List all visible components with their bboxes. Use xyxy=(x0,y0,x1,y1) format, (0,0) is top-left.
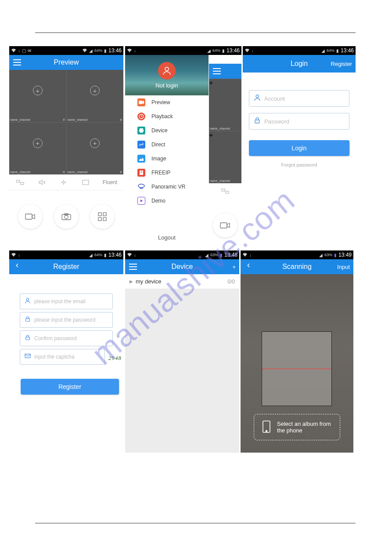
signal-icon: ◢ xyxy=(89,253,93,258)
device-row[interactable]: ▶ my device 0/0 xyxy=(125,274,239,289)
menu-freeip[interactable]: FREEIP xyxy=(125,166,209,180)
download-icon: ↓ xyxy=(134,253,136,258)
channel-label: name_channel xyxy=(210,127,230,130)
app-title: Login xyxy=(291,60,308,68)
menu-direct[interactable]: Direct xyxy=(125,138,209,152)
clock: 13:46 xyxy=(227,47,240,54)
wifi-icon xyxy=(11,253,16,257)
album-label: Select an album from the phone xyxy=(277,421,332,434)
video-grid: + name_channel + name_channel + name_cha… xyxy=(9,70,123,174)
menu-icon[interactable] xyxy=(128,261,138,272)
stream-icon[interactable] xyxy=(81,178,90,187)
channel-label: name_channel xyxy=(68,170,88,174)
svg-rect-10 xyxy=(98,218,101,221)
snapshot-button[interactable] xyxy=(54,204,79,229)
account-input[interactable] xyxy=(264,95,345,102)
account-field[interactable] xyxy=(249,90,349,107)
ptz-icon[interactable] xyxy=(59,178,68,187)
battery-icon: ▮ xyxy=(104,48,107,53)
password-field[interactable] xyxy=(20,312,113,328)
status-bar: ↓ ▢ ✉ ◢ 64% ▮ 13:46 xyxy=(9,46,123,55)
avatar-icon[interactable] xyxy=(158,62,176,80)
add-icon[interactable]: + xyxy=(33,138,43,148)
wifi-icon xyxy=(11,48,16,53)
menu-playback[interactable]: Playback xyxy=(125,109,209,123)
svg-rect-29 xyxy=(26,337,30,340)
user-icon xyxy=(254,94,261,103)
email-field[interactable] xyxy=(20,294,113,309)
confirm-field[interactable] xyxy=(20,330,113,346)
menu-preview[interactable]: Preview xyxy=(125,95,209,109)
app-bar: ‹ Register xyxy=(9,259,123,274)
logout-link[interactable]: Logout xyxy=(125,208,209,247)
menu-label: Panoramic VR xyxy=(151,184,185,190)
input-link[interactable]: Input xyxy=(337,259,350,274)
add-icon[interactable]: + xyxy=(90,138,100,148)
menu-image[interactable]: Image xyxy=(125,152,209,166)
video-cell[interactable]: + name_channel xyxy=(67,70,124,122)
email-input[interactable] xyxy=(34,298,108,305)
user-icon xyxy=(25,297,31,305)
add-device-button[interactable]: + xyxy=(232,259,236,274)
password-field[interactable] xyxy=(249,113,349,130)
confirm-input[interactable] xyxy=(34,335,108,341)
svg-rect-0 xyxy=(17,180,20,182)
captcha-image[interactable]: 2948 xyxy=(108,350,122,366)
select-album-button[interactable]: Select an album from the phone xyxy=(254,414,340,440)
battery-icon: ▮ xyxy=(334,253,337,258)
menu-icon[interactable] xyxy=(212,66,222,76)
svg-point-27 xyxy=(26,298,29,301)
register-button[interactable]: Register xyxy=(21,379,119,395)
add-icon: + xyxy=(209,131,241,139)
signal-icon: ◢ xyxy=(321,48,325,53)
video-cell[interactable]: + name_channel xyxy=(9,123,66,175)
menu-device[interactable]: Device xyxy=(125,123,209,138)
menu-label: Direct xyxy=(151,141,165,148)
channel-label: name_channel xyxy=(210,179,230,182)
back-icon[interactable]: ‹ xyxy=(243,259,254,270)
svg-rect-18 xyxy=(140,128,143,130)
password-input[interactable] xyxy=(34,317,108,323)
mute-icon[interactable] xyxy=(37,178,47,187)
clock: 13:46 xyxy=(108,252,122,258)
login-button[interactable]: Login xyxy=(249,140,349,156)
screenshot-register: ↓ ◢ 64% ▮ 13:46 ‹ Register 2948 Reg xyxy=(9,250,123,453)
scan-line xyxy=(262,369,331,369)
svg-rect-16 xyxy=(139,101,142,104)
lock-icon xyxy=(25,334,31,342)
record-button[interactable] xyxy=(18,204,43,229)
forgot-password-link[interactable]: Forgot password xyxy=(249,162,349,167)
svg-point-2 xyxy=(63,181,65,183)
lock-icon xyxy=(25,316,31,324)
login-status: Not login xyxy=(155,82,178,89)
screenshot-drawer: ↓ ◢ 64% ▮ 13:46 +name_channel +name_chan… xyxy=(125,46,241,248)
back-icon[interactable]: ‹ xyxy=(12,259,22,270)
menu-vr[interactable]: Panoramic VR xyxy=(125,180,209,194)
status-dot xyxy=(63,119,65,121)
svg-point-24 xyxy=(138,184,144,188)
captcha-field[interactable] xyxy=(20,349,105,365)
add-icon[interactable]: + xyxy=(90,86,100,95)
layout-button[interactable] xyxy=(90,204,115,229)
download-icon: ↓ xyxy=(18,48,20,53)
add-icon[interactable]: + xyxy=(33,86,43,95)
capture-icon[interactable] xyxy=(15,178,25,187)
menu-demo[interactable]: Demo xyxy=(125,194,209,208)
battery-pct: 64% xyxy=(94,253,102,257)
password-input[interactable] xyxy=(264,118,345,125)
battery-icon: ▮ xyxy=(104,253,107,258)
app-title: Device xyxy=(172,263,193,271)
video-cell[interactable]: + name_channel xyxy=(67,123,124,175)
status-dot xyxy=(63,171,65,173)
video-cell[interactable]: + name_channel xyxy=(9,70,66,122)
quality-label[interactable]: Fluent xyxy=(103,179,117,185)
svg-point-32 xyxy=(266,430,267,432)
captcha-input[interactable] xyxy=(34,354,100,360)
register-link[interactable]: Register xyxy=(331,55,352,73)
battery-icon: ▮ xyxy=(220,253,223,258)
screenshot-preview: ↓ ▢ ✉ ◢ 64% ▮ 13:46 Preview + name_chann… xyxy=(9,46,123,248)
app-bar: Login Register xyxy=(243,55,356,73)
app-bar: Preview xyxy=(9,55,123,70)
menu-icon[interactable] xyxy=(12,57,22,68)
svg-rect-3 xyxy=(83,180,89,185)
